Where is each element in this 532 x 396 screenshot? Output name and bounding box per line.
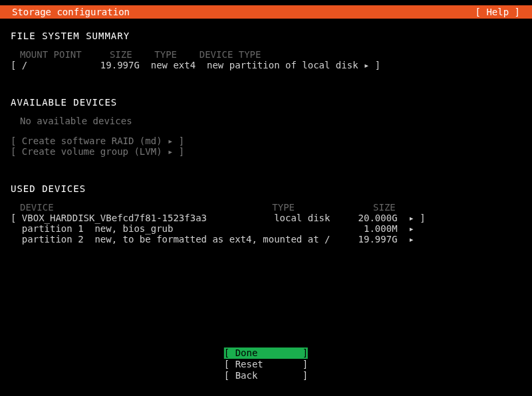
help-button[interactable]: [ Help ] — [475, 7, 520, 17]
col-size: SIZE — [110, 49, 132, 60]
available-devices-title: AVAILABLE DEVICES — [11, 97, 521, 108]
fs-summary-header: MOUNT POINT SIZE TYPE DEVICE TYPE — [20, 49, 521, 60]
col-type: TYPE — [154, 49, 177, 60]
done-label: [ Done ] — [224, 347, 308, 359]
device-row-partition-1[interactable]: partition 1 new, bios_grub 1.000M ▸ — [11, 223, 521, 234]
reset-button[interactable]: [ Reset ] — [224, 359, 308, 370]
part1-row-text: partition 1 new, bios_grub 1.000M ▸ — [11, 223, 426, 234]
disk-row-text: [ VBOX_HARDDISK_VBefcd7f81-1523f3a3 loca… — [11, 213, 426, 223]
fs-summary-row[interactable]: [ / 19.997G new ext4 new partition of lo… — [11, 60, 521, 70]
fs-row-text: [ / 19.997G new ext4 new partition of lo… — [11, 60, 380, 70]
done-button[interactable]: [ Done ] — [224, 347, 308, 359]
back-button[interactable]: [ Back ] — [224, 370, 308, 381]
footer-buttons: [ Done ] [ Reset ] [ Back ] — [224, 347, 308, 381]
used-devices-title: USED DEVICES — [11, 183, 521, 194]
create-lvm-action[interactable]: [ Create volume group (LVM) ▸ ] — [11, 146, 521, 157]
col-mount-point: MOUNT POINT — [20, 49, 82, 60]
fs-summary-title: FILE SYSTEM SUMMARY — [11, 31, 521, 41]
available-devices-section: AVAILABLE DEVICES No available devices [… — [11, 97, 521, 157]
page-title: Storage configuration — [12, 7, 130, 17]
col-device-type: DEVICE TYPE — [200, 49, 261, 60]
used-devices-section: USED DEVICES DEVICE TYPE SIZE [ VBOX_HAR… — [11, 183, 521, 245]
col-device: DEVICE — [20, 202, 54, 213]
device-row-partition-2[interactable]: partition 2 new, to be formatted as ext4… — [11, 234, 521, 245]
used-devices-header: DEVICE TYPE SIZE — [20, 202, 521, 213]
content-area: FILE SYSTEM SUMMARY MOUNT POINT SIZE TYP… — [0, 19, 532, 245]
part2-row-text: partition 2 new, to be formatted as ext4… — [11, 234, 426, 245]
device-row-disk[interactable]: [ VBOX_HARDDISK_VBefcd7f81-1523f3a3 loca… — [11, 213, 521, 223]
no-devices-message: No available devices — [20, 116, 521, 126]
create-raid-action[interactable]: [ Create software RAID (md) ▸ ] — [11, 136, 521, 146]
file-system-summary-section: FILE SYSTEM SUMMARY MOUNT POINT SIZE TYP… — [11, 31, 521, 70]
col-size2: SIZE — [373, 202, 396, 213]
header-bar: Storage configuration [ Help ] — [0, 5, 532, 19]
col-type2: TYPE — [272, 202, 295, 213]
